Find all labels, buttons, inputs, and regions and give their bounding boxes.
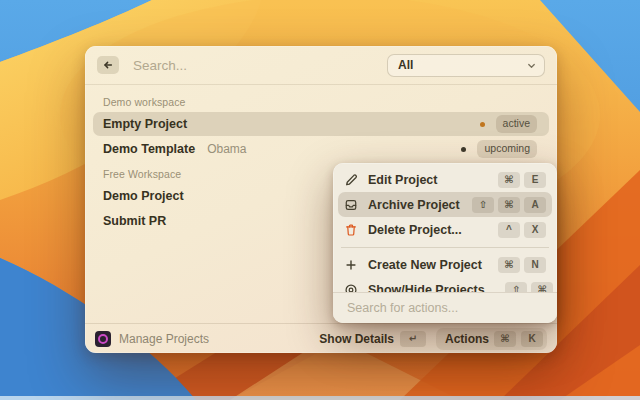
letter-keycap: E xyxy=(524,172,546,188)
shortcut-keys: ⇧ ⌘ H xyxy=(505,282,557,293)
shift-keycap: ⇧ xyxy=(505,282,527,293)
show-details-button[interactable]: Show Details ↵ xyxy=(316,329,429,349)
status-dot-dark xyxy=(461,147,466,152)
list-item-empty-project[interactable]: Empty Project active xyxy=(93,112,549,136)
status-badge: active xyxy=(496,115,537,132)
plus-icon xyxy=(344,258,358,272)
shift-keycap: ⇧ xyxy=(472,197,494,213)
menu-item-label: Show/Hide Projects... xyxy=(368,283,495,293)
footer-actions: Show Details ↵ Actions ⌘ K xyxy=(316,328,547,350)
cmd-keycap: ⌘ xyxy=(498,257,520,273)
action-menu: Edit Project ⌘ E Archive Project ⇧ ⌘ xyxy=(333,163,557,323)
search-header: All xyxy=(85,46,557,85)
item-title: Demo Template xyxy=(103,142,195,156)
actions-label: Actions xyxy=(445,332,489,346)
archive-box-icon xyxy=(344,198,358,212)
pencil-icon xyxy=(344,173,358,187)
search-input[interactable] xyxy=(131,57,375,74)
shortcut-keys: ⇧ ⌘ A xyxy=(472,197,546,213)
letter-keycap: A xyxy=(524,197,546,213)
item-title: Submit PR xyxy=(103,214,166,228)
desktop: All Demo workspace Empty Project active … xyxy=(0,0,640,400)
k-keycap: K xyxy=(521,331,543,347)
action-menu-list: Edit Project ⌘ E Archive Project ⇧ ⌘ xyxy=(333,163,557,292)
filter-dropdown[interactable]: All xyxy=(387,54,545,77)
menu-item-label: Archive Project xyxy=(368,198,460,212)
menu-item-delete-project[interactable]: Delete Project... ^ X xyxy=(338,217,552,242)
extension-logo-icon xyxy=(95,331,111,347)
item-accessories: upcoming xyxy=(461,140,539,157)
section-header: Demo workspace xyxy=(103,96,539,108)
menu-item-label: Create New Project xyxy=(368,258,482,272)
menu-item-label: Delete Project... xyxy=(368,223,462,237)
shortcut-keys: ⌘ N xyxy=(498,257,546,273)
command-name: Manage Projects xyxy=(119,332,209,346)
letter-keycap: N xyxy=(524,257,546,273)
menu-item-show-hide-projects[interactable]: Show/Hide Projects... ⇧ ⌘ H xyxy=(338,277,552,292)
menu-item-archive-project[interactable]: Archive Project ⇧ ⌘ A xyxy=(338,192,552,217)
back-button[interactable] xyxy=(97,56,119,74)
cmd-keycap: ⌘ xyxy=(498,197,520,213)
letter-keycap: X xyxy=(524,222,546,238)
cmd-keycap: ⌘ xyxy=(494,331,516,347)
item-accessories: active xyxy=(480,115,539,132)
control-keycap: ^ xyxy=(498,222,520,238)
cmd-keycap: ⌘ xyxy=(498,172,520,188)
menu-item-create-new-project[interactable]: Create New Project ⌘ N xyxy=(338,252,552,277)
chevron-down-icon xyxy=(526,60,537,71)
trash-icon xyxy=(344,223,358,237)
status-bar: Manage Projects Show Details ↵ Actions ⌘… xyxy=(85,323,557,353)
menu-item-label: Edit Project xyxy=(368,173,437,187)
show-details-label: Show Details xyxy=(319,332,394,346)
shortcut-keys: ⌘ E xyxy=(498,172,546,188)
item-title: Empty Project xyxy=(103,117,187,131)
action-search-input[interactable] xyxy=(345,300,545,316)
item-title: Demo Project xyxy=(103,189,184,203)
arrow-left-icon xyxy=(102,59,114,71)
cmd-keycap: ⌘ xyxy=(531,282,553,293)
shortcut-keys: ^ X xyxy=(498,222,546,238)
status-badge: upcoming xyxy=(477,140,537,157)
eye-icon xyxy=(344,283,358,293)
item-subtitle: Obama xyxy=(207,142,246,156)
menu-divider xyxy=(341,247,549,248)
actions-button[interactable]: Actions ⌘ K xyxy=(436,328,547,350)
action-search-bar xyxy=(333,292,557,323)
return-keycap: ↵ xyxy=(400,331,426,347)
filter-value: All xyxy=(398,58,413,72)
status-dot-orange xyxy=(480,122,485,127)
list-item-demo-template[interactable]: Demo Template Obama upcoming xyxy=(93,137,549,161)
menu-item-edit-project[interactable]: Edit Project ⌘ E xyxy=(338,167,552,192)
